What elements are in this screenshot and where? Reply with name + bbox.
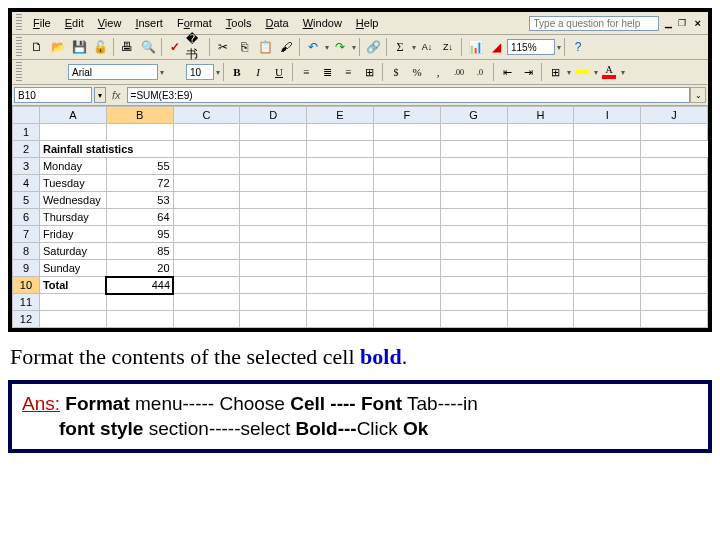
merge-center-button[interactable]: ⊞ xyxy=(359,62,379,82)
row-header-4[interactable]: 4 xyxy=(13,175,40,192)
fill-color-button[interactable] xyxy=(572,62,592,82)
italic-button[interactable]: I xyxy=(248,62,268,82)
menu-format[interactable]: Format xyxy=(170,15,219,31)
row-header-2[interactable]: 2 xyxy=(13,141,40,158)
open-icon[interactable]: 📂 xyxy=(48,37,68,57)
currency-button[interactable]: $ xyxy=(386,62,406,82)
row-header-6[interactable]: 6 xyxy=(13,209,40,226)
bold-button[interactable]: B xyxy=(227,62,247,82)
redo-icon[interactable]: ↷ xyxy=(330,37,350,57)
align-center-button[interactable]: ≣ xyxy=(317,62,337,82)
col-header-I[interactable]: I xyxy=(574,107,641,124)
fill-dropdown[interactable]: ▾ xyxy=(593,68,598,77)
research-icon[interactable]: �书 xyxy=(186,37,206,57)
permission-icon[interactable]: 🔓 xyxy=(90,37,110,57)
undo-dropdown[interactable]: ▾ xyxy=(324,43,329,52)
cell-A6[interactable]: Thursday xyxy=(39,209,106,226)
comma-button[interactable]: , xyxy=(428,62,448,82)
menu-tools[interactable]: Tools xyxy=(219,15,259,31)
spreadsheet-grid[interactable]: A B C D E F G H I J 1 2Rainfall statisti… xyxy=(12,106,708,328)
cell-B4[interactable]: 72 xyxy=(106,175,173,192)
cell-A7[interactable]: Friday xyxy=(39,226,106,243)
cell-B7[interactable]: 95 xyxy=(106,226,173,243)
cell-B6[interactable]: 64 xyxy=(106,209,173,226)
align-right-button[interactable]: ≡ xyxy=(338,62,358,82)
menu-edit[interactable]: Edit xyxy=(58,15,91,31)
sort-desc-icon[interactable]: Z↓ xyxy=(438,37,458,57)
row-header-12[interactable]: 12 xyxy=(13,311,40,328)
font-color-button[interactable]: A xyxy=(599,62,619,82)
autosum-icon[interactable]: Σ xyxy=(390,37,410,57)
hyperlink-icon[interactable]: 🔗 xyxy=(363,37,383,57)
zoom-dropdown[interactable]: ▾ xyxy=(556,43,561,52)
formula-input[interactable]: =SUM(E3:E9) xyxy=(127,87,690,103)
sort-asc-icon[interactable]: A↓ xyxy=(417,37,437,57)
col-header-F[interactable]: F xyxy=(373,107,440,124)
formula-expand-button[interactable]: ⌄ xyxy=(690,87,706,103)
cell-A8[interactable]: Saturday xyxy=(39,243,106,260)
borders-button[interactable]: ⊞ xyxy=(545,62,565,82)
cell-A2[interactable]: Rainfall statistics xyxy=(39,141,173,158)
window-restore-button[interactable]: ❐ xyxy=(678,18,686,28)
spellcheck-icon[interactable]: ✓ xyxy=(165,37,185,57)
cell-B10-selected[interactable]: 444 xyxy=(106,277,173,294)
col-header-B[interactable]: B xyxy=(106,107,173,124)
toolbar-handle[interactable] xyxy=(16,37,22,57)
row-header-5[interactable]: 5 xyxy=(13,192,40,209)
col-header-G[interactable]: G xyxy=(440,107,507,124)
borders-dropdown[interactable]: ▾ xyxy=(566,68,571,77)
name-box-dropdown[interactable]: ▾ xyxy=(94,87,106,103)
font-size-dropdown[interactable]: ▾ xyxy=(215,68,220,77)
zoom-input[interactable]: 115% xyxy=(507,39,555,55)
col-header-H[interactable]: H xyxy=(507,107,574,124)
help-icon[interactable]: ? xyxy=(568,37,588,57)
cell-B8[interactable]: 85 xyxy=(106,243,173,260)
menu-view[interactable]: View xyxy=(91,15,129,31)
fx-button[interactable]: fx xyxy=(106,89,127,101)
increase-decimal-button[interactable]: .00 xyxy=(449,62,469,82)
menu-insert[interactable]: Insert xyxy=(128,15,170,31)
new-icon[interactable]: 🗋 xyxy=(27,37,47,57)
col-header-J[interactable]: J xyxy=(641,107,708,124)
decrease-indent-button[interactable]: ⇤ xyxy=(497,62,517,82)
format-toolbar-handle[interactable] xyxy=(16,62,22,82)
col-header-A[interactable]: A xyxy=(39,107,106,124)
print-preview-icon[interactable]: 🔍 xyxy=(138,37,158,57)
font-size-input[interactable]: 10 xyxy=(186,64,214,80)
cell-B5[interactable]: 53 xyxy=(106,192,173,209)
row-header-1[interactable]: 1 xyxy=(13,124,40,141)
font-name-dropdown[interactable]: ▾ xyxy=(159,68,164,77)
cell-A5[interactable]: Wednesday xyxy=(39,192,106,209)
cell-B1[interactable] xyxy=(106,124,173,141)
redo-dropdown[interactable]: ▾ xyxy=(351,43,356,52)
menu-help[interactable]: Help xyxy=(349,15,386,31)
row-header-7[interactable]: 7 xyxy=(13,226,40,243)
cut-icon[interactable]: ✂ xyxy=(213,37,233,57)
window-close-button[interactable]: × xyxy=(692,17,704,29)
chart-icon[interactable]: 📊 xyxy=(465,37,485,57)
cell-A4[interactable]: Tuesday xyxy=(39,175,106,192)
name-box[interactable]: B10 xyxy=(14,87,92,103)
cell-A9[interactable]: Sunday xyxy=(39,260,106,277)
help-search-input[interactable] xyxy=(529,16,659,31)
copy-icon[interactable]: ⎘ xyxy=(234,37,254,57)
cell-B3[interactable]: 55 xyxy=(106,158,173,175)
cell-A10[interactable]: Total xyxy=(39,277,106,294)
row-header-8[interactable]: 8 xyxy=(13,243,40,260)
decrease-decimal-button[interactable]: .0 xyxy=(470,62,490,82)
col-header-E[interactable]: E xyxy=(307,107,374,124)
row-header-10[interactable]: 10 xyxy=(13,277,40,294)
align-left-button[interactable]: ≡ xyxy=(296,62,316,82)
increase-indent-button[interactable]: ⇥ xyxy=(518,62,538,82)
row-header-11[interactable]: 11 xyxy=(13,294,40,311)
select-all-corner[interactable] xyxy=(13,107,40,124)
col-header-C[interactable]: C xyxy=(173,107,240,124)
underline-button[interactable]: U xyxy=(269,62,289,82)
cell-B9[interactable]: 20 xyxy=(106,260,173,277)
save-icon[interactable]: 💾 xyxy=(69,37,89,57)
cell-A3[interactable]: Monday xyxy=(39,158,106,175)
paste-icon[interactable]: 📋 xyxy=(255,37,275,57)
fontcolor-dropdown[interactable]: ▾ xyxy=(620,68,625,77)
menu-window[interactable]: Window xyxy=(296,15,349,31)
autosum-dropdown[interactable]: ▾ xyxy=(411,43,416,52)
